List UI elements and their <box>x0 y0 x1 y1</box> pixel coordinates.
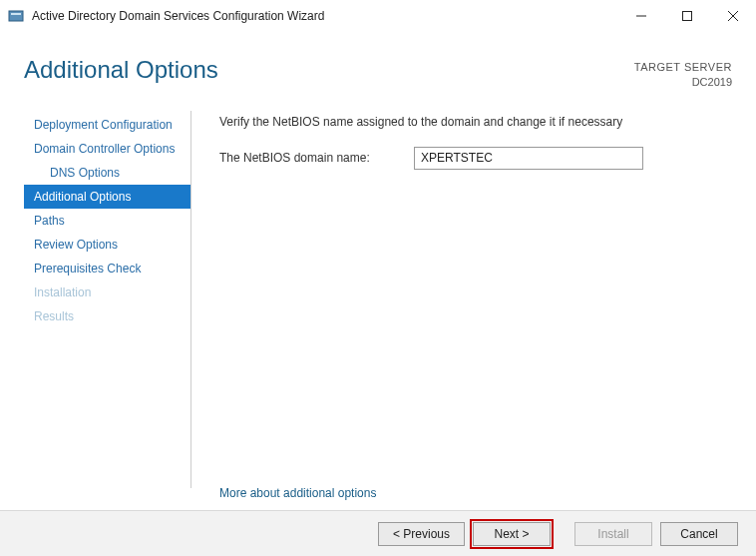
sidebar-item-deployment-configuration[interactable]: Deployment Configuration <box>24 113 190 137</box>
footer: < Previous Next > Install Cancel <box>0 510 756 556</box>
netbios-input[interactable] <box>414 147 643 170</box>
sidebar-item-installation: Installation <box>24 280 190 304</box>
content: Deployment ConfigurationDomain Controlle… <box>0 99 756 488</box>
sidebar: Deployment ConfigurationDomain Controlle… <box>24 111 191 488</box>
target-server-label: TARGET SERVER <box>634 60 732 75</box>
svg-rect-3 <box>683 11 692 20</box>
previous-button[interactable]: < Previous <box>378 522 465 546</box>
page-title: Additional Options <box>24 56 634 84</box>
window-title: Active Directory Domain Services Configu… <box>32 9 618 23</box>
minimize-button[interactable] <box>618 0 664 32</box>
window-controls <box>618 0 756 32</box>
next-button[interactable]: Next > <box>473 522 551 546</box>
header: Additional Options TARGET SERVER DC2019 <box>0 32 756 99</box>
install-button[interactable]: Install <box>574 522 652 546</box>
target-server-box: TARGET SERVER DC2019 <box>634 60 732 91</box>
sidebar-item-review-options[interactable]: Review Options <box>24 233 190 257</box>
cancel-button[interactable]: Cancel <box>660 522 738 546</box>
close-button[interactable] <box>710 0 756 32</box>
sidebar-item-results: Results <box>24 304 190 328</box>
sidebar-item-dns-options[interactable]: DNS Options <box>24 161 190 185</box>
sidebar-item-prerequisites-check[interactable]: Prerequisites Check <box>24 257 190 280</box>
sidebar-item-paths[interactable]: Paths <box>24 209 190 233</box>
target-server-value: DC2019 <box>634 75 732 90</box>
app-icon <box>8 8 24 24</box>
maximize-button[interactable] <box>664 0 710 32</box>
more-about-link[interactable]: More about additional options <box>219 486 376 500</box>
netbios-label: The NetBIOS domain name: <box>219 151 414 165</box>
sidebar-item-additional-options[interactable]: Additional Options <box>24 185 190 209</box>
svg-rect-0 <box>9 11 23 21</box>
netbios-field-row: The NetBIOS domain name: <box>219 147 732 170</box>
titlebar: Active Directory Domain Services Configu… <box>0 0 756 32</box>
svg-rect-1 <box>11 13 21 15</box>
sidebar-item-domain-controller-options[interactable]: Domain Controller Options <box>24 137 190 161</box>
main-panel: Verify the NetBIOS name assigned to the … <box>191 111 732 488</box>
instruction-text: Verify the NetBIOS name assigned to the … <box>219 115 732 129</box>
